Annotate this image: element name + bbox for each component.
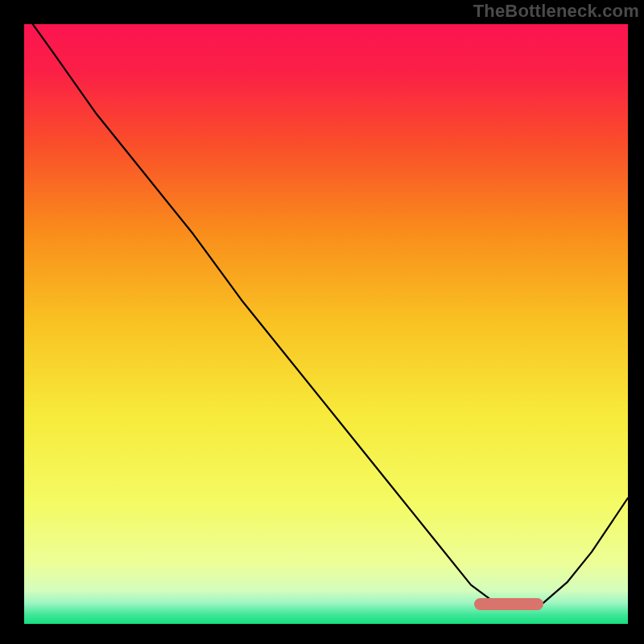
highlight-marker <box>474 598 543 610</box>
chart-frame: TheBottleneck.com <box>0 0 644 644</box>
watermark-text: TheBottleneck.com <box>473 1 639 22</box>
curve-line <box>24 24 628 624</box>
plot-area <box>24 24 628 624</box>
